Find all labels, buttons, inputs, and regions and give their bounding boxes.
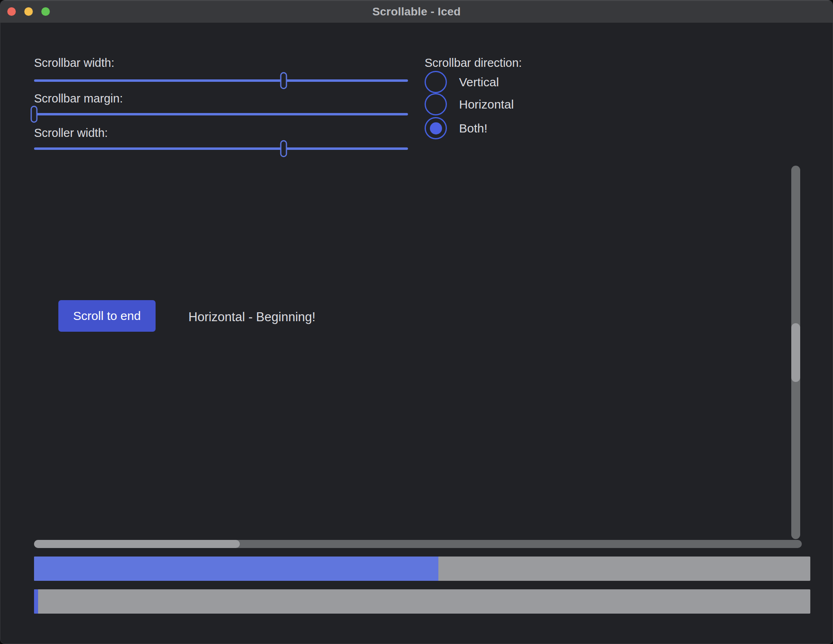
zoom-icon[interactable] bbox=[41, 7, 50, 16]
progress-fill bbox=[34, 589, 38, 614]
scrollbar-width-slider[interactable] bbox=[34, 72, 408, 89]
vertical-scroller[interactable] bbox=[791, 323, 800, 382]
slider-rail[interactable] bbox=[34, 79, 408, 82]
scrollbar-margin-slider[interactable] bbox=[34, 106, 408, 123]
scroll-status-text: Horizontal - Beginning! bbox=[188, 309, 316, 325]
progress-fill bbox=[34, 557, 438, 581]
vertical-progress-bar bbox=[34, 589, 810, 614]
close-icon[interactable] bbox=[7, 7, 16, 16]
radio-vertical[interactable]: Vertical bbox=[425, 71, 499, 93]
slider-rail[interactable] bbox=[34, 147, 408, 150]
scroller-width-slider[interactable] bbox=[34, 140, 408, 157]
slider-rail[interactable] bbox=[34, 113, 408, 115]
horizontal-scroller[interactable] bbox=[34, 540, 240, 548]
minimize-icon[interactable] bbox=[24, 7, 33, 16]
horizontal-progress-bar bbox=[34, 557, 810, 581]
radio-circle-icon[interactable] bbox=[425, 93, 447, 115]
scroll-to-end-button[interactable]: Scroll to end bbox=[58, 300, 156, 332]
scrollbar-margin-label: Scrollbar margin: bbox=[34, 92, 123, 105]
scroller-width-label: Scroller width: bbox=[34, 126, 108, 140]
app-window: Scrollable - Iced Scrollbar width: Scrol… bbox=[0, 0, 833, 644]
radio-label[interactable]: Both! bbox=[459, 122, 487, 135]
radio-label[interactable]: Vertical bbox=[459, 75, 499, 89]
radio-circle-icon[interactable] bbox=[425, 117, 447, 139]
radio-label[interactable]: Horizontal bbox=[459, 98, 514, 111]
radio-both[interactable]: Both! bbox=[425, 117, 487, 139]
horizontal-scrollbar[interactable] bbox=[34, 540, 802, 548]
slider-handle[interactable] bbox=[280, 140, 287, 157]
vertical-scrollbar[interactable] bbox=[791, 166, 800, 539]
slider-handle[interactable] bbox=[31, 106, 38, 123]
radio-horizontal[interactable]: Horizontal bbox=[425, 93, 514, 115]
radio-circle-icon[interactable] bbox=[425, 71, 447, 93]
title-bar[interactable]: Scrollable - Iced bbox=[0, 0, 833, 23]
radio-dot-icon bbox=[430, 122, 442, 134]
slider-handle[interactable] bbox=[280, 72, 287, 89]
scrollbar-direction-label: Scrollbar direction: bbox=[425, 56, 522, 70]
scrollbar-width-label: Scrollbar width: bbox=[34, 56, 114, 70]
window-title: Scrollable - Iced bbox=[372, 5, 461, 18]
